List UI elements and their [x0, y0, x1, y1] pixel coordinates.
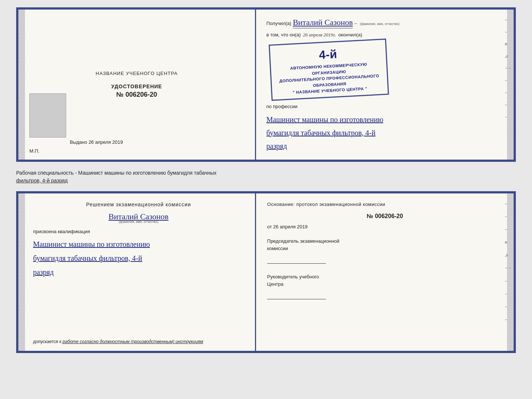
- vydano-label: Выдано: [70, 139, 87, 145]
- deco-dash-1: –: [505, 17, 511, 22]
- profession-line2: бумагидля табачных фильтров, 4-й: [266, 126, 503, 139]
- rukovoditel-block: Руководитель учебного Центра: [267, 273, 503, 299]
- qual-line3: разряд: [33, 265, 244, 279]
- recipient-name-top: Виталий Сазонов: [293, 18, 353, 28]
- br-deco-4: и: [505, 239, 511, 245]
- bottom-left-panel: Решением экзаменационной комиссии Витали…: [18, 193, 256, 351]
- br-deco-5: ,а: [505, 252, 511, 258]
- ot-line: от 26 апреля 2019: [267, 224, 503, 229]
- rukovoditel-label: Руководитель учебного: [267, 273, 503, 281]
- deco-dash-3: и: [505, 41, 511, 47]
- br-deco-8: –: [505, 291, 511, 296]
- profession-block-top: Машинист машины по изготовлению бумагидл…: [266, 113, 503, 153]
- dopuskaetsya-block: допускается к работе согласно должностны…: [33, 338, 203, 345]
- deco-dash-9: –: [505, 114, 511, 120]
- bottom-right-panel: Основание: протокол экзаменационной коми…: [256, 193, 514, 351]
- udostoverenie-title: УДОСТОВЕРЕНИЕ: [111, 83, 162, 89]
- rukovoditel-label2: Центра: [267, 281, 503, 288]
- po-professii-label: по профессии: [266, 104, 503, 109]
- deco-dash-7: –: [505, 90, 511, 95]
- vydano-line: Выдано 26 апреля 2019: [70, 139, 123, 145]
- poluchil-line: Получил(а) Виталий Сазонов – (фамилия, и…: [266, 18, 503, 28]
- top-certificate: НАЗВАНИЕ УЧЕБНОГО ЦЕНТРА УДОСТОВЕРЕНИЕ №…: [16, 7, 516, 162]
- fio-hint-top: (фамилия, имя, отчество): [360, 22, 399, 26]
- predsedatel-label2: комиссии: [267, 245, 503, 252]
- udostoverenie-number: № 006206-20: [111, 91, 162, 99]
- qual-line1: Машинист машины по изготовлению: [33, 237, 244, 251]
- ot-date: 26 апреля 2019: [273, 224, 308, 229]
- cert-right-panel: Получил(а) Виталий Сазонов – (фамилия, и…: [256, 10, 514, 160]
- osnovanie-label: Основание: протокол экзаменационной коми…: [267, 202, 503, 207]
- br-number: № 006206-20: [267, 213, 503, 220]
- deco-dash-5: ←-: [505, 65, 511, 71]
- mp-label: М.П.: [29, 148, 39, 154]
- vtom-block: в том, что он(а) 26 апреля 2019г. окончи…: [266, 32, 503, 38]
- predsedatel-block: Председатель экзаменационной комиссии: [267, 238, 503, 264]
- between-line1: Рабочая специальность - Машинист машины …: [16, 169, 516, 177]
- dopuskaetsya-text: работе согласно должностным (производств…: [62, 339, 203, 344]
- bl-name-block: Виталий Сазонов (фамилия, имя, отчество): [33, 210, 244, 224]
- br-deco-7: –: [505, 278, 511, 284]
- br-deco-3: –: [505, 227, 511, 232]
- bottom-right-decorations: – – – и ,а ←- – – – –: [505, 201, 511, 322]
- br-deco-10: –: [505, 317, 511, 322]
- deco-dash-2: –: [505, 29, 511, 35]
- br-deco-1: –: [505, 201, 511, 206]
- cert-left-panel: НАЗВАНИЕ УЧЕБНОГО ЦЕНТРА УДОСТОВЕРЕНИЕ №…: [18, 10, 256, 160]
- dash-after-name: –: [354, 21, 357, 26]
- vtom-date: 26 апреля 2019г.: [303, 32, 336, 38]
- profession-line3: разряд: [266, 139, 503, 153]
- br-deco-9: –: [505, 304, 511, 309]
- right-decorations: – – и ,а ←- – – – –: [505, 17, 511, 120]
- udostoverenie-block: УДОСТОВЕРЕНИЕ № 006206-20: [111, 83, 162, 99]
- between-line2-underlined: фильтров, 4-й разряд: [16, 178, 68, 184]
- ot-label: от: [267, 224, 272, 229]
- poluchil-label: Получил(а): [266, 21, 291, 26]
- between-text: Рабочая специальность - Машинист машины …: [16, 168, 516, 185]
- okonchil-label: окончил(а): [338, 32, 362, 38]
- resheniem-text: Решением экзаменационной комиссии: [33, 202, 244, 207]
- profession-line1: Машинист машины по изготовлению: [266, 113, 503, 126]
- between-line2: фильтров, 4-й разряд: [16, 177, 516, 185]
- dopuskaetsya-label: допускается к: [33, 339, 61, 344]
- prisvoyena-label: присвоена квалификация: [33, 229, 244, 234]
- photo-placeholder: [29, 93, 66, 138]
- qualification-block: Машинист машины по изготовлению бумагидл…: [33, 237, 244, 279]
- predsedatel-label: Председатель экзаменационной: [267, 238, 503, 245]
- qual-line2: бумагидля табачных фильтров, 4-й: [33, 251, 244, 265]
- stamp-block: 4-й АВТОНОМНУЮ НЕКОММЕРЧЕСКУЮ ОРГАНИЗАЦИ…: [269, 39, 389, 101]
- bottom-certificate: Решением экзаменационной комиссии Витали…: [16, 191, 516, 353]
- deco-dash-8: –: [505, 102, 511, 107]
- rukovoditel-signature-line: [267, 291, 326, 299]
- deco-dash-4: ,а: [505, 53, 511, 59]
- predsedatel-signature-line: [267, 255, 326, 264]
- br-deco-6: ←-: [505, 265, 511, 271]
- vydano-date: 26 апреля 2019: [89, 139, 123, 145]
- school-name-header: НАЗВАНИЕ УЧЕБНОГО ЦЕНТРА: [96, 71, 177, 76]
- bl-fio-hint: (фамилия, имя, отчество): [33, 220, 244, 224]
- br-deco-2: –: [505, 214, 511, 219]
- vtom-label: в том, что он(а): [266, 32, 301, 38]
- deco-dash-6: –: [505, 78, 511, 83]
